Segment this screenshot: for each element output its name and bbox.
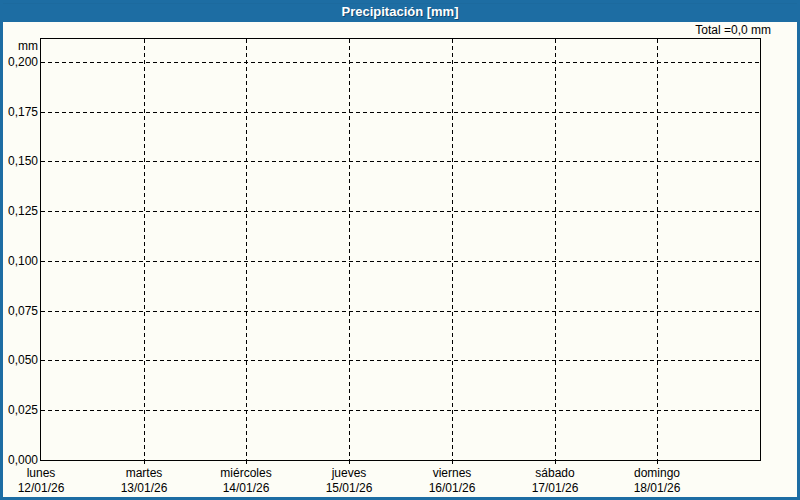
x-axis-tick-mark xyxy=(144,461,145,464)
x-axis-tick-mark xyxy=(246,461,247,464)
x-tick-date: 14/01/26 xyxy=(191,481,301,496)
x-tick-label: sábado17/01/26 xyxy=(500,466,610,496)
y-tick-label: 0,125 xyxy=(3,203,38,219)
x-tick-day-name: sábado xyxy=(500,466,610,481)
vertical-gridline xyxy=(657,39,658,460)
x-tick-day-name: miércoles xyxy=(191,466,301,481)
chart-window: Precipitación [mm] Total =0,0 mm mm 0,00… xyxy=(0,0,800,500)
x-tick-day-name: viernes xyxy=(397,466,507,481)
horizontal-gridline xyxy=(41,211,760,212)
x-tick-day-name: domingo xyxy=(602,466,712,481)
x-tick-date: 17/01/26 xyxy=(500,481,610,496)
horizontal-gridline xyxy=(41,360,760,361)
y-tick-label: 0,175 xyxy=(3,104,38,120)
chart-title: Precipitación [mm] xyxy=(341,4,458,19)
vertical-gridline xyxy=(144,39,145,460)
x-tick-date: 15/01/26 xyxy=(294,481,404,496)
y-tick-label: 0,025 xyxy=(3,402,38,418)
x-axis-tick-mark xyxy=(555,461,556,464)
y-tick-label: 0,050 xyxy=(3,352,38,368)
x-tick-label: miércoles14/01/26 xyxy=(191,466,301,496)
horizontal-gridline xyxy=(41,311,760,312)
x-tick-date: 16/01/26 xyxy=(397,481,507,496)
x-tick-label: domingo18/01/26 xyxy=(602,466,712,496)
plot-area xyxy=(40,38,761,461)
x-axis-tick-mark xyxy=(349,461,350,464)
x-tick-label: martes13/01/26 xyxy=(89,466,199,496)
x-axis-tick-mark xyxy=(657,461,658,464)
horizontal-gridline xyxy=(41,161,760,162)
y-tick-label: 0,100 xyxy=(3,253,38,269)
y-tick-label: 0,150 xyxy=(3,153,38,169)
x-tick-label: lunes12/01/26 xyxy=(0,466,96,496)
x-tick-date: 13/01/26 xyxy=(89,481,199,496)
horizontal-gridline xyxy=(41,112,760,113)
vertical-gridline xyxy=(452,39,453,460)
horizontal-gridline xyxy=(41,261,760,262)
x-tick-date: 18/01/26 xyxy=(602,481,712,496)
x-tick-label: viernes16/01/26 xyxy=(397,466,507,496)
x-tick-day-name: lunes xyxy=(0,466,96,481)
y-tick-label: 0,200 xyxy=(3,54,38,70)
vertical-gridline xyxy=(555,39,556,460)
y-axis-unit-label: mm xyxy=(3,38,38,54)
x-tick-date: 12/01/26 xyxy=(0,481,96,496)
total-label: Total =0,0 mm xyxy=(695,23,771,38)
x-tick-day-name: martes xyxy=(89,466,199,481)
horizontal-gridline xyxy=(41,410,760,411)
x-tick-day-name: jueves xyxy=(294,466,404,481)
x-axis-tick-mark xyxy=(452,461,453,464)
vertical-gridline xyxy=(246,39,247,460)
chart-title-bar: Precipitación [mm] xyxy=(0,0,800,22)
vertical-gridline xyxy=(349,39,350,460)
y-tick-label: 0,075 xyxy=(3,303,38,319)
horizontal-gridline xyxy=(41,62,760,63)
x-tick-label: jueves15/01/26 xyxy=(294,466,404,496)
